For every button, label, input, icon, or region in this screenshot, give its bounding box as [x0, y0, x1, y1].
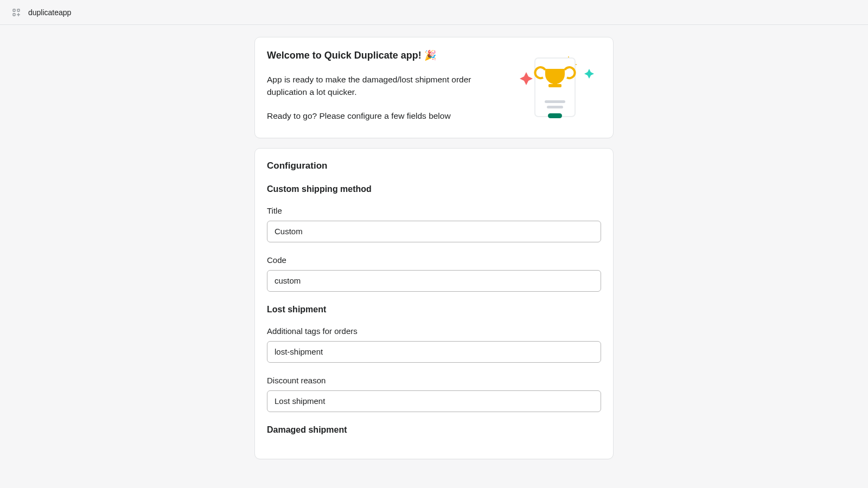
lost-reason-input[interactable]	[267, 390, 601, 412]
lost-tags-label: Additional tags for orders	[267, 326, 601, 336]
svg-rect-8	[545, 100, 565, 103]
lost-tags-input[interactable]	[267, 341, 601, 363]
main-area: Welcome to Quick Duplicate app! 🎉 App is…	[0, 25, 868, 469]
welcome-title: Welcome to Quick Duplicate app! 🎉	[267, 49, 501, 62]
shipping-code-input[interactable]	[267, 270, 601, 292]
welcome-body: App is ready to make the damaged/lost sh…	[267, 74, 501, 98]
field-shipping-title: Title	[267, 206, 601, 242]
welcome-card: Welcome to Quick Duplicate app! 🎉 App is…	[254, 37, 614, 138]
svg-rect-2	[13, 14, 15, 16]
field-lost-tags: Additional tags for orders	[267, 326, 601, 363]
shipping-title-input[interactable]	[267, 221, 601, 242]
trophy-illustration	[514, 49, 601, 125]
svg-rect-0	[13, 9, 15, 11]
svg-rect-7	[548, 84, 561, 87]
welcome-cta: Ready to go? Please configure a few fiel…	[267, 110, 501, 122]
config-heading: Configuration	[267, 160, 601, 171]
lost-heading: Lost shipment	[267, 305, 601, 314]
field-lost-reason: Discount reason	[267, 376, 601, 412]
field-shipping-code: Code	[267, 255, 601, 292]
lost-reason-label: Discount reason	[267, 376, 601, 385]
topbar: duplicateapp	[0, 0, 868, 25]
app-name-label: duplicateapp	[28, 8, 71, 17]
svg-rect-9	[547, 106, 563, 108]
damaged-heading: Damaged shipment	[267, 425, 601, 435]
shipping-code-label: Code	[267, 255, 601, 265]
shipping-title-label: Title	[267, 206, 601, 215]
svg-rect-1	[17, 9, 20, 11]
app-icon	[12, 8, 21, 17]
svg-rect-6	[553, 80, 557, 84]
svg-rect-10	[548, 113, 562, 118]
config-card: Configuration Custom shipping method Tit…	[254, 148, 614, 459]
shipping-heading: Custom shipping method	[267, 184, 601, 194]
